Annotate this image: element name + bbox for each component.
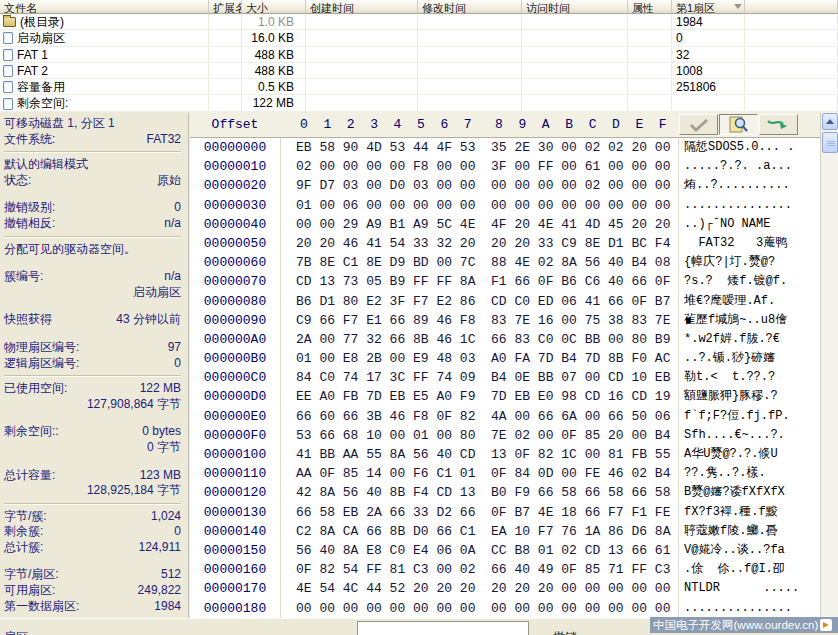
hex-bytes[interactable]: 2A 00 77 32 66 8B 46 1C 66 83 C0 0C BB 0… bbox=[296, 330, 670, 349]
hex-bytes[interactable]: CD 13 73 05 B9 FF FF 8A F1 66 0F B6 C6 4… bbox=[296, 272, 670, 291]
hex-row[interactable]: 0000010041 BB AA 55 8A 56 40 CD 13 0F 82… bbox=[190, 445, 820, 464]
hex-row[interactable]: 0000018000 00 00 00 00 00 00 00 00 00 00… bbox=[190, 599, 820, 618]
table-row[interactable]: (根目录)1.0 KB1984 bbox=[0, 14, 838, 30]
hex-row[interactable]: 000000B001 00 E8 2B 00 E9 48 03 A0 FA 7D… bbox=[190, 349, 820, 368]
hex-row[interactable]: 00000070CD 13 73 05 B9 FF FF 8A F1 66 0F… bbox=[190, 272, 820, 291]
hex-text[interactable]: 烠..?.......... bbox=[684, 176, 820, 195]
hex-text[interactable]: A华U燹@?.?.倐U bbox=[684, 445, 820, 464]
table-row[interactable]: 容量备用0.5 KB251806 bbox=[0, 79, 838, 95]
table-row[interactable]: 剩余空间:122 MB bbox=[0, 95, 838, 111]
hex-row[interactable]: 000000607B 8E C1 8E D9 BD 00 7C 88 4E 02… bbox=[190, 253, 820, 272]
hex-row[interactable]: 0000005020 20 46 41 54 33 32 20 20 20 33… bbox=[190, 234, 820, 253]
hex-row[interactable]: 000000F053 66 68 10 00 01 00 80 7E 02 00… bbox=[190, 426, 820, 445]
table-row[interactable]: 启动扇区16.0 KB0 bbox=[0, 30, 838, 46]
column-header-ext[interactable]: 扩展名 bbox=[209, 0, 242, 14]
hex-bytes[interactable]: C9 66 F7 E1 66 89 46 F8 83 7E 16 00 75 3… bbox=[296, 311, 670, 330]
hex-bytes[interactable]: EE A0 FB 7D EB E5 A0 F9 7D EB E0 98 CD 1… bbox=[296, 387, 670, 406]
hex-bytes[interactable]: 01 00 E8 2B 00 E9 48 03 A0 FA 7D B4 7D 8… bbox=[296, 349, 670, 368]
hex-bytes[interactable]: 42 8A 56 40 8B F4 CD 13 B0 F9 66 58 66 5… bbox=[296, 483, 670, 502]
hex-row[interactable]: 00000000EB 58 90 4D 53 44 4F 53 35 2E 30… bbox=[190, 138, 820, 157]
hex-row[interactable]: 000000E066 60 66 3B 46 F8 0F 82 4A 00 66… bbox=[190, 407, 820, 426]
hex-text[interactable]: ?s.? 矮f.镀@f. bbox=[684, 272, 820, 291]
hex-row[interactable]: 000000C084 C0 74 17 3C FF 74 09 B4 0E BB… bbox=[190, 368, 820, 387]
hex-bytes[interactable]: EB 58 90 4D 53 44 4F 53 35 2E 30 00 02 0… bbox=[296, 138, 670, 157]
hex-text[interactable]: V@婲冷..谈..?fa bbox=[684, 541, 820, 560]
hex-bytes[interactable]: 02 00 00 00 00 F8 00 00 3F 00 FF 00 61 0… bbox=[296, 157, 670, 176]
hex-bytes[interactable]: 53 66 68 10 00 01 00 80 7E 02 00 0F 85 2… bbox=[296, 426, 670, 445]
scroll-up-button[interactable] bbox=[822, 113, 838, 130]
hex-row[interactable]: 0000004000 00 29 A9 B1 A9 5C 4E 4F 20 4E… bbox=[190, 215, 820, 234]
hex-row[interactable]: 0000001002 00 00 00 00 F8 00 00 3F 00 FF… bbox=[190, 157, 820, 176]
hex-text[interactable]: ..?.锧.猀}硛嬸 bbox=[684, 349, 820, 368]
size-cell: 122 MB bbox=[242, 95, 306, 111]
size-cell: 16.0 KB bbox=[242, 30, 306, 46]
hex-row[interactable]: 0000003001 00 06 00 00 00 00 00 00 00 00… bbox=[190, 196, 820, 215]
hex-bytes[interactable]: 66 60 66 3B 46 F8 0F 82 4A 00 66 6A 00 6… bbox=[296, 407, 670, 426]
hex-text[interactable]: .俆 伱..f@I.卲 bbox=[684, 560, 820, 579]
hex-text[interactable]: B燹@嬸?诿fXfXfX bbox=[684, 483, 820, 502]
hex-text[interactable]: 堆€?麾嗳理.Af. bbox=[684, 292, 820, 311]
sidebar-line: 总计簇:124,911 bbox=[4, 540, 181, 556]
hex-row[interactable]: 00000110AA 0F 85 14 00 F6 C1 01 0F 84 0D… bbox=[190, 464, 820, 483]
hex-bytes[interactable]: 20 20 46 41 54 33 32 20 20 20 33 C9 8E D… bbox=[296, 234, 670, 253]
hex-bytes[interactable]: 7B 8E C1 8E D9 BD 00 7C 88 4E 02 8A 56 4… bbox=[296, 253, 670, 272]
vertical-scrollbar[interactable] bbox=[820, 112, 838, 635]
hex-row[interactable]: 00000080B6 D1 80 E2 3F F7 E2 86 CD C0 ED… bbox=[190, 292, 820, 311]
hex-text[interactable]: FAT32 3蓭鸭 bbox=[684, 234, 820, 253]
hex-bytes[interactable]: 41 BB AA 55 8A 56 40 CD 13 0F 82 1C 00 8… bbox=[296, 445, 670, 464]
hex-text[interactable]: *.w2f婩.f胈.?€ bbox=[684, 330, 820, 349]
hex-bytes[interactable]: 01 00 06 00 00 00 00 00 00 00 00 00 00 0… bbox=[296, 196, 670, 215]
hex-text[interactable]: .....?.?. .a... bbox=[684, 157, 820, 176]
hex-text[interactable]: ............... bbox=[684, 196, 820, 215]
hex-bytes[interactable]: C2 8A CA 66 8B D0 66 C1 EA 10 F7 76 1A 8… bbox=[296, 522, 670, 541]
hex-text[interactable]: {幛庂?|圢.燹@? bbox=[684, 253, 820, 272]
column-header-size[interactable]: 大小 bbox=[242, 0, 306, 14]
hex-text[interactable]: 勒t.< t.??.? bbox=[684, 368, 820, 387]
hex-row[interactable]: 00000090C9 66 F7 E1 66 89 46 F8 83 7E 16… bbox=[190, 311, 820, 330]
hex-text[interactable]: 聤蔻嫩f陵.鱜.噕 bbox=[684, 522, 820, 541]
table-row[interactable]: FAT 1488 KB32 bbox=[0, 47, 838, 63]
hex-text[interactable]: 額鹽脈狎}豚穋.? bbox=[684, 387, 820, 406]
hex-row[interactable]: 000001600F 82 54 FF 81 C3 00 02 66 40 49… bbox=[190, 560, 820, 579]
hex-text[interactable]: fX?f3襌.種.f黢 bbox=[684, 503, 820, 522]
hex-bytes[interactable]: AA 0F 85 14 00 F6 C1 01 0F 84 0D 00 FE 4… bbox=[296, 464, 670, 483]
hex-bytes[interactable]: 84 C0 74 17 3C FF 74 09 B4 0E BB 07 00 C… bbox=[296, 368, 670, 387]
hex-row[interactable]: 0000015056 40 8A E8 C0 E4 06 0A CC B8 01… bbox=[190, 541, 820, 560]
hex-text[interactable]: ??.隽..?.樣. bbox=[684, 464, 820, 483]
column-header-name[interactable]: 文件名 bbox=[0, 0, 209, 14]
hex-row[interactable]: 000000D0EE A0 FB 7D EB E5 A0 F9 7D EB E0… bbox=[190, 387, 820, 406]
hex-bytes[interactable]: 66 58 EB 2A 66 33 D2 66 0F B7 4E 18 66 F… bbox=[296, 503, 670, 522]
hex-text[interactable]: 隔悊SDOS5.0... . bbox=[684, 138, 820, 157]
hex-text[interactable]: f`f;F?侸.fj.fP. bbox=[684, 407, 820, 426]
checkmark-button[interactable] bbox=[679, 114, 718, 135]
hex-text[interactable]: NTLDR ..... bbox=[684, 579, 820, 598]
column-header-accessed[interactable]: 访问时间 bbox=[522, 0, 628, 14]
hex-bytes[interactable]: 0F 82 54 FF 81 C3 00 02 66 40 49 0F 85 7… bbox=[296, 560, 670, 579]
details-search-button[interactable] bbox=[719, 114, 758, 135]
hex-row[interactable]: 000001704E 54 4C 44 52 20 20 20 20 20 20… bbox=[190, 579, 820, 598]
hex-row[interactable]: 0000012042 8A 56 40 8B F4 CD 13 B0 F9 66… bbox=[190, 483, 820, 502]
hex-row[interactable]: 0000013066 58 EB 2A 66 33 D2 66 0F B7 4E… bbox=[190, 503, 820, 522]
hex-bytes[interactable]: B6 D1 80 E2 3F F7 E2 86 CD C0 ED 06 41 6… bbox=[296, 292, 670, 311]
hex-bytes[interactable]: 00 00 00 00 00 00 00 00 00 00 00 00 00 0… bbox=[296, 599, 670, 618]
hex-row[interactable]: 000000209F D7 03 00 D0 03 00 00 00 00 00… bbox=[190, 176, 820, 195]
hex-text[interactable]: ..)┌ˉNO NAME bbox=[684, 215, 820, 234]
hex-bytes[interactable]: 9F D7 03 00 D0 03 00 00 00 00 00 00 02 0… bbox=[296, 176, 670, 195]
scrollbar-thumb[interactable] bbox=[822, 132, 838, 153]
hex-row[interactable]: 00000140C2 8A CA 66 8B D0 66 C1 EA 10 F7… bbox=[190, 522, 820, 541]
column-header-sector1[interactable]: 第1扇区 bbox=[672, 0, 745, 14]
hex-bytes[interactable]: 56 40 8A E8 C0 E4 06 0A CC B8 01 02 CD 1… bbox=[296, 541, 670, 560]
column-header-spacer[interactable] bbox=[745, 0, 838, 14]
hex-text[interactable]: Sfh....€~...?. bbox=[684, 426, 820, 445]
hex-offset: 00000030 bbox=[190, 196, 280, 215]
hex-text[interactable]: 雈歷f堿鴋~..u8儈 bbox=[684, 311, 820, 330]
table-row[interactable]: FAT 2488 KB1008 bbox=[0, 63, 838, 79]
column-header-modified[interactable]: 修改时间 bbox=[418, 0, 522, 14]
column-header-created[interactable]: 创建时间 bbox=[306, 0, 418, 14]
column-header-attr[interactable]: 属性 bbox=[628, 0, 672, 14]
hex-bytes[interactable]: 4E 54 4C 44 52 20 20 20 20 20 20 00 00 0… bbox=[296, 579, 670, 598]
jump-arrow-button[interactable] bbox=[759, 114, 798, 135]
hex-bytes[interactable]: 00 00 29 A9 B1 A9 5C 4E 4F 20 4E 41 4D 4… bbox=[296, 215, 670, 234]
hex-text[interactable]: ............... bbox=[684, 599, 820, 618]
hex-row[interactable]: 000000A02A 00 77 32 66 8B 46 1C 66 83 C0… bbox=[190, 330, 820, 349]
